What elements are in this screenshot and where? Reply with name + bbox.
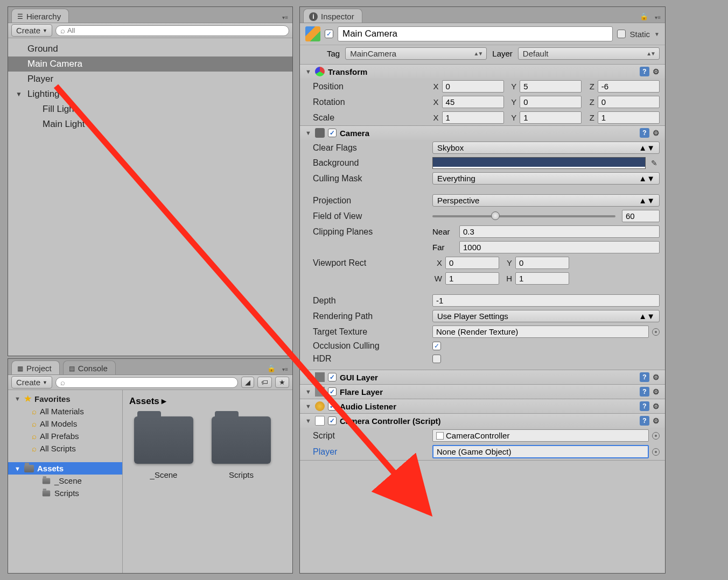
scale-x-input[interactable]: 1	[442, 111, 504, 124]
viewport-w-input[interactable]: 1	[445, 272, 499, 285]
help-icon[interactable]: ?	[640, 401, 649, 411]
hierarchy-item-player[interactable]: Player	[8, 72, 292, 87]
position-z-input[interactable]: -6	[598, 80, 660, 93]
occlusion-checkbox[interactable]: ✓	[432, 342, 441, 350]
foldout-icon[interactable]: ▼	[305, 374, 312, 380]
layer-dropdown[interactable]: Default▲▼	[518, 47, 660, 60]
help-icon[interactable]: ?	[640, 416, 649, 426]
transform-header[interactable]: ▼ Transform ? ⚙	[300, 65, 665, 79]
position-y-input[interactable]: 5	[520, 80, 582, 93]
object-picker-icon[interactable]	[652, 448, 660, 456]
lock-icon[interactable]: 🔒	[638, 12, 650, 23]
object-picker-icon[interactable]	[652, 328, 660, 336]
far-input[interactable]: 1000	[459, 241, 660, 253]
foldout-icon[interactable]: ▼	[305, 130, 312, 136]
script-field[interactable]: CameraController	[432, 429, 649, 442]
assets-folder[interactable]: ▼ Assets	[8, 462, 122, 475]
position-x-input[interactable]: 0	[442, 80, 504, 93]
asset-scene[interactable]: _Scene	[131, 416, 196, 479]
favorites-folder[interactable]: ▼ ★ Favorites	[8, 392, 122, 405]
help-icon[interactable]: ?	[640, 67, 649, 76]
filter-type-button[interactable]: ◢	[241, 377, 254, 388]
camera-enable-checkbox[interactable]: ✓	[328, 129, 337, 137]
hierarchy-item-lighting[interactable]: Lighting	[8, 87, 292, 102]
gear-icon[interactable]: ⚙	[653, 387, 660, 396]
gear-icon[interactable]: ⚙	[653, 402, 660, 411]
flare-layer-checkbox[interactable]: ✓	[328, 387, 337, 396]
background-color-swatch[interactable]	[432, 157, 646, 169]
scale-z-input[interactable]: 1	[598, 111, 660, 124]
panel-menu-icon[interactable]: ▾≡	[278, 15, 292, 23]
audio-listener-checkbox[interactable]: ✓	[328, 402, 337, 411]
gear-icon[interactable]: ⚙	[653, 129, 660, 137]
project-search[interactable]: ⌕	[55, 377, 238, 388]
camera-controller-checkbox[interactable]: ✓	[328, 416, 337, 425]
viewport-y-input[interactable]: 0	[515, 257, 569, 269]
lock-icon[interactable]: 🔒	[265, 364, 278, 374]
asset-scripts-folder[interactable]: Scripts	[8, 487, 122, 499]
favorite-button[interactable]: ★	[275, 377, 289, 388]
object-picker-icon[interactable]	[652, 432, 660, 440]
panel-menu-icon[interactable]: ▾≡	[650, 15, 665, 23]
active-checkbox[interactable]: ✓	[325, 30, 333, 38]
player-field[interactable]: None (Game Object)	[432, 445, 649, 458]
create-button[interactable]: Create ▼	[11, 24, 52, 37]
help-icon[interactable]: ?	[640, 128, 649, 138]
gear-icon[interactable]: ⚙	[653, 373, 660, 381]
chevron-down-icon[interactable]: ▼	[654, 31, 660, 37]
help-icon[interactable]: ?	[640, 372, 649, 382]
asset-scene-folder[interactable]: _Scene	[8, 475, 122, 487]
rendering-path-dropdown[interactable]: Use Player Settings▲▼	[432, 310, 660, 322]
gear-icon[interactable]: ⚙	[653, 67, 660, 76]
hierarchy-item-main-camera[interactable]: Main Camera	[8, 56, 292, 72]
slider-thumb[interactable]	[491, 211, 500, 220]
foldout-icon[interactable]: ▼	[305, 418, 312, 424]
eyedropper-icon[interactable]: ✎	[649, 159, 660, 167]
asset-scripts[interactable]: Scripts	[209, 416, 274, 479]
foldout-icon[interactable]: ▼	[305, 403, 312, 409]
hierarchy-search-input[interactable]	[67, 26, 284, 34]
audio-listener-header[interactable]: ▼ ✓ Audio Listener ? ⚙	[300, 399, 665, 413]
projection-dropdown[interactable]: Perspective▲▼	[432, 194, 660, 207]
viewport-h-input[interactable]: 1	[515, 272, 569, 285]
filter-label-button[interactable]: 🏷	[257, 377, 272, 388]
fov-input[interactable]: 60	[622, 210, 660, 222]
breadcrumb[interactable]: Assets ▸	[126, 393, 289, 411]
rotation-x-input[interactable]: 45	[442, 96, 504, 108]
gear-icon[interactable]: ⚙	[653, 416, 660, 425]
target-texture-field[interactable]: None (Render Texture)	[432, 326, 649, 338]
hierarchy-item-ground[interactable]: Ground	[8, 41, 292, 56]
fav-all-prefabs[interactable]: ⌕All Prefabs	[8, 430, 122, 442]
inspector-tab[interactable]: i Inspector	[303, 9, 362, 23]
gui-layer-header[interactable]: ▼ ✓ GUI Layer ? ⚙	[300, 370, 665, 384]
gameobject-icon[interactable]	[305, 26, 320, 41]
name-field[interactable]: Main Camera	[338, 26, 613, 41]
culling-mask-dropdown[interactable]: Everything▲▼	[432, 172, 660, 185]
viewport-x-input[interactable]: 0	[445, 257, 499, 269]
project-create-button[interactable]: Create ▼	[11, 376, 52, 388]
camera-header[interactable]: ▼ ✓ Camera ? ⚙	[300, 126, 665, 140]
fav-all-models[interactable]: ⌕All Models	[8, 418, 122, 430]
foldout-icon[interactable]: ▼	[305, 68, 312, 75]
gui-layer-checkbox[interactable]: ✓	[328, 373, 337, 381]
clear-flags-dropdown[interactable]: Skybox▲▼	[432, 142, 660, 154]
static-checkbox[interactable]	[617, 30, 626, 38]
help-icon[interactable]: ?	[640, 387, 649, 397]
foldout-icon[interactable]: ▼	[305, 388, 312, 395]
hierarchy-search[interactable]: ⌕	[55, 25, 289, 36]
hdr-checkbox[interactable]	[432, 355, 441, 363]
rotation-y-input[interactable]: 0	[520, 96, 582, 108]
rotation-z-input[interactable]: 0	[598, 96, 660, 108]
scale-y-input[interactable]: 1	[520, 111, 582, 124]
project-tab[interactable]: ▦ Project	[11, 360, 60, 374]
console-tab[interactable]: ▤ Console	[63, 360, 116, 374]
hierarchy-item-fill-light[interactable]: Fill Light	[8, 102, 292, 117]
depth-input[interactable]: -1	[432, 294, 660, 307]
hierarchy-tab[interactable]: ☰ Hierarchy	[11, 9, 69, 23]
fav-all-scripts[interactable]: ⌕All Scripts	[8, 442, 122, 455]
flare-layer-header[interactable]: ▼ ✓ Flare Layer ? ⚙	[300, 385, 665, 399]
fav-all-materials[interactable]: ⌕All Materials	[8, 405, 122, 418]
hierarchy-item-main-light[interactable]: Main Light	[8, 117, 292, 132]
camera-controller-header[interactable]: ▼ ✓ Camera Controller (Script) ? ⚙	[300, 414, 665, 428]
panel-menu-icon[interactable]: ▾≡	[278, 366, 292, 374]
